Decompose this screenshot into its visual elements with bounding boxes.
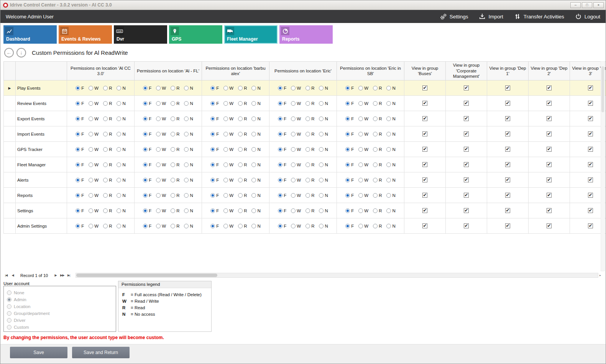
permission-radio-R[interactable]: R bbox=[305, 224, 314, 228]
transfer-activities-button[interactable]: Transfer Activities bbox=[514, 13, 564, 20]
horizontal-scrollbar[interactable] bbox=[76, 273, 598, 278]
permission-radio-N[interactable]: N bbox=[386, 101, 395, 106]
permission-radio-W[interactable]: W bbox=[223, 101, 233, 106]
permission-radio-N[interactable]: N bbox=[184, 162, 193, 167]
tab-dvr[interactable]: DVR Dvr bbox=[114, 25, 167, 44]
permission-radio-F[interactable]: F bbox=[76, 101, 84, 106]
permission-radio-N[interactable]: N bbox=[386, 132, 395, 136]
down-button[interactable]: ↓ bbox=[16, 48, 26, 57]
permission-radio-F[interactable]: F bbox=[345, 193, 354, 198]
permission-radio-F[interactable]: F bbox=[345, 208, 354, 213]
permission-radio-N[interactable]: N bbox=[319, 86, 328, 90]
permission-radio-N[interactable]: N bbox=[184, 208, 193, 213]
permission-radio-F[interactable]: F bbox=[345, 224, 354, 228]
permission-radio-N[interactable]: N bbox=[184, 86, 193, 90]
pager-first-button[interactable]: |◀ bbox=[3, 274, 9, 277]
group-checkbox[interactable] bbox=[588, 208, 593, 213]
permission-radio-W[interactable]: W bbox=[358, 147, 368, 152]
permission-radio-F[interactable]: F bbox=[143, 178, 151, 182]
permission-radio-F[interactable]: F bbox=[278, 132, 286, 136]
settings-button[interactable]: Settings bbox=[440, 13, 468, 20]
permission-radio-W[interactable]: W bbox=[291, 193, 301, 198]
permission-radio-F[interactable]: F bbox=[278, 147, 286, 152]
permission-radio-R[interactable]: R bbox=[103, 101, 112, 106]
logout-button[interactable]: Logout bbox=[575, 13, 600, 20]
group-checkbox[interactable] bbox=[505, 177, 510, 182]
group-checkbox[interactable] bbox=[464, 85, 469, 90]
permission-radio-W[interactable]: W bbox=[156, 208, 166, 213]
permission-radio-W[interactable]: W bbox=[291, 208, 301, 213]
permission-radio-R[interactable]: R bbox=[305, 101, 314, 106]
group-checkbox[interactable] bbox=[464, 116, 469, 121]
permission-radio-F[interactable]: F bbox=[278, 116, 286, 121]
permission-radio-N[interactable]: N bbox=[319, 147, 328, 152]
permission-radio-F[interactable]: F bbox=[76, 224, 84, 228]
permission-radio-W[interactable]: W bbox=[358, 224, 368, 228]
user-account-option-admin[interactable]: Admin bbox=[7, 296, 116, 303]
permission-radio-N[interactable]: N bbox=[184, 178, 193, 182]
permission-radio-N[interactable]: N bbox=[386, 178, 395, 182]
permission-radio-N[interactable]: N bbox=[251, 208, 260, 213]
tab-reports[interactable]: Reports bbox=[279, 25, 333, 44]
permission-radio-N[interactable]: N bbox=[117, 86, 125, 90]
permission-radio-R[interactable]: R bbox=[103, 208, 112, 213]
permission-radio-N[interactable]: N bbox=[117, 193, 125, 198]
permission-radio-N[interactable]: N bbox=[117, 116, 125, 121]
minimize-button[interactable]: – bbox=[570, 2, 581, 8]
group-checkbox[interactable] bbox=[422, 208, 427, 213]
permission-radio-W[interactable]: W bbox=[291, 178, 301, 182]
group-checkbox[interactable] bbox=[464, 147, 469, 152]
permission-radio-F[interactable]: F bbox=[143, 132, 151, 136]
grid-row[interactable]: ▶Play EventsFWRNFWRNFWRNFWRNFWRN bbox=[4, 80, 606, 96]
permission-radio-R[interactable]: R bbox=[238, 147, 247, 152]
permission-radio-N[interactable]: N bbox=[117, 224, 125, 228]
permission-radio-F[interactable]: F bbox=[143, 208, 151, 213]
grid-row[interactable]: Import EventsFWRNFWRNFWRNFWRNFWRN bbox=[4, 126, 606, 142]
permission-radio-R[interactable]: R bbox=[103, 116, 112, 121]
permission-radio-F[interactable]: F bbox=[210, 116, 219, 121]
permission-radio-R[interactable]: R bbox=[238, 86, 247, 90]
group-checkbox[interactable] bbox=[588, 193, 593, 198]
user-account-option-driver[interactable]: Driver bbox=[7, 317, 116, 324]
group-checkbox[interactable] bbox=[505, 147, 510, 152]
permission-radio-R[interactable]: R bbox=[103, 162, 112, 167]
pager-next-page-button[interactable]: ▶▶ bbox=[59, 274, 65, 277]
permission-radio-N[interactable]: N bbox=[184, 116, 193, 121]
permission-radio-F[interactable]: F bbox=[143, 162, 151, 167]
permission-radio-W[interactable]: W bbox=[89, 116, 99, 121]
group-checkbox[interactable] bbox=[422, 131, 427, 136]
group-checkbox[interactable] bbox=[422, 223, 427, 228]
group-checkbox[interactable] bbox=[547, 147, 552, 152]
group-checkbox[interactable] bbox=[422, 116, 427, 121]
permission-radio-W[interactable]: W bbox=[358, 116, 368, 121]
tab-fleet-manager[interactable]: Fleet Manager bbox=[224, 25, 278, 44]
permission-radio-F[interactable]: F bbox=[278, 86, 286, 90]
group-checkbox[interactable] bbox=[464, 208, 469, 213]
group-checkbox[interactable] bbox=[588, 101, 593, 106]
group-checkbox[interactable] bbox=[588, 131, 593, 136]
permission-radio-R[interactable]: R bbox=[103, 86, 112, 90]
group-checkbox[interactable] bbox=[464, 223, 469, 228]
permission-radio-W[interactable]: W bbox=[291, 147, 301, 152]
permission-radio-F[interactable]: F bbox=[143, 101, 151, 106]
permission-radio-F[interactable]: F bbox=[76, 116, 84, 121]
permission-radio-R[interactable]: R bbox=[373, 101, 382, 106]
permission-radio-W[interactable]: W bbox=[358, 101, 368, 106]
pager-prev-button[interactable]: ◀ bbox=[10, 274, 15, 277]
permission-radio-W[interactable]: W bbox=[89, 132, 99, 136]
group-checkbox[interactable] bbox=[422, 147, 427, 152]
group-checkbox[interactable] bbox=[422, 177, 427, 182]
permission-radio-R[interactable]: R bbox=[171, 101, 179, 106]
permission-radio-N[interactable]: N bbox=[319, 178, 328, 182]
permission-radio-R[interactable]: R bbox=[171, 193, 179, 198]
permission-radio-R[interactable]: R bbox=[373, 86, 382, 90]
permission-radio-N[interactable]: N bbox=[184, 224, 193, 228]
permission-radio-N[interactable]: N bbox=[184, 193, 193, 198]
permission-radio-R[interactable]: R bbox=[238, 162, 247, 167]
permission-radio-W[interactable]: W bbox=[223, 132, 233, 136]
permission-radio-N[interactable]: N bbox=[184, 101, 193, 106]
permission-radio-W[interactable]: W bbox=[291, 116, 301, 121]
permission-radio-F[interactable]: F bbox=[345, 116, 354, 121]
permission-radio-F[interactable]: F bbox=[210, 208, 219, 213]
group-checkbox[interactable] bbox=[588, 162, 593, 167]
